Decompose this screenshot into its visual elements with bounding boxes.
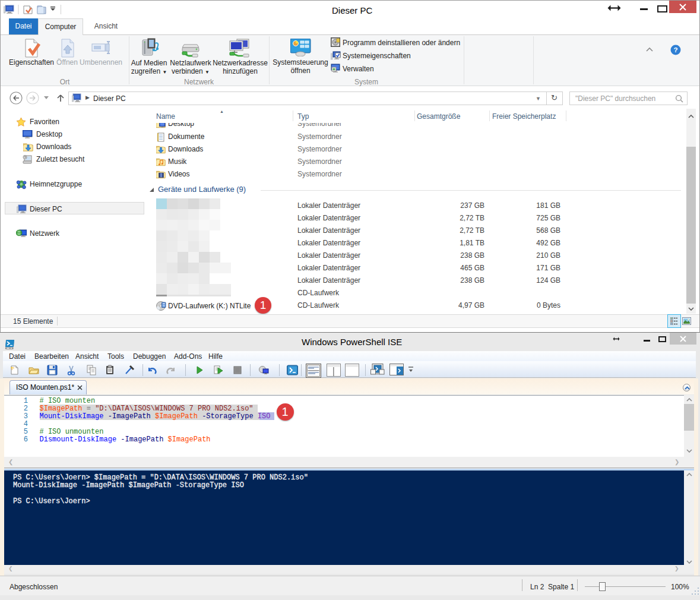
svg-text:?: ? xyxy=(673,46,677,53)
